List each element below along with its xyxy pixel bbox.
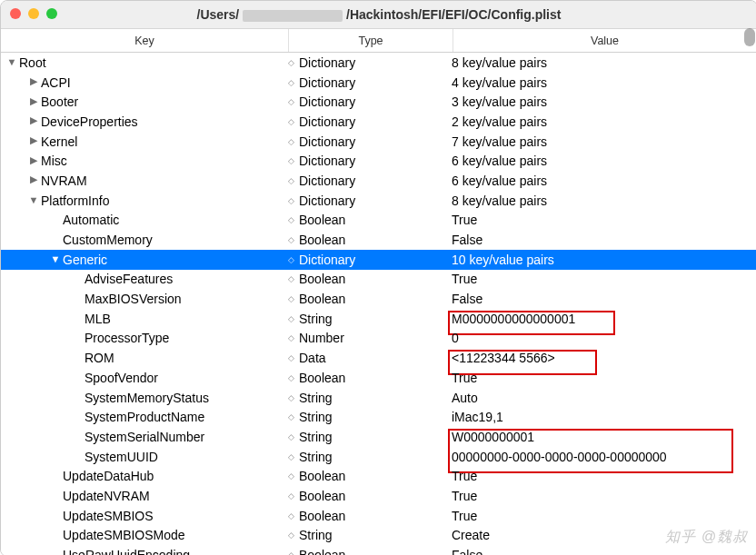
plist-row[interactable]: UpdateSMBIOSMode◇StringCreate (1, 526, 756, 546)
key-label: UpdateNVRAM (63, 489, 150, 503)
plist-row[interactable]: ▶Kernel◇Dictionary7 key/value pairs (1, 132, 756, 152)
type-label: String (299, 391, 333, 405)
value-label: True (452, 469, 477, 483)
plist-row[interactable]: MaxBIOSVersion◇BooleanFalse (1, 289, 756, 309)
sort-icon: ◇ (288, 530, 295, 540)
column-header-key[interactable]: Key (1, 29, 289, 52)
key-label: CustomMemory (63, 233, 153, 247)
plist-row[interactable]: ROM◇Data<11223344 5566> (1, 348, 756, 368)
value-label: 10 key/value pairs (452, 253, 554, 267)
chevron-down-icon[interactable]: ▼ (6, 56, 17, 67)
key-label: SystemSerialNumber (85, 430, 204, 444)
plist-row[interactable]: UpdateNVRAM◇BooleanTrue (1, 486, 756, 506)
plist-row[interactable]: ▼Generic◇Dictionary10 key/value pairs (1, 250, 756, 270)
traffic-lights (10, 8, 57, 19)
titlebar: /Users/ /Hackintosh/EFI/EFI/OC/Config.pl… (1, 1, 756, 29)
sort-icon: ◇ (288, 176, 295, 185)
sort-icon: ◇ (288, 78, 295, 87)
minimize-icon[interactable] (28, 8, 39, 19)
plist-row[interactable]: SystemProductName◇StringiMac19,1 (1, 407, 756, 427)
plist-row[interactable]: ProcessorType◇Number0 (1, 329, 756, 349)
value-label: False (452, 233, 482, 247)
value-label: iMac19,1 (452, 410, 503, 424)
value-label: Auto (452, 391, 478, 405)
sort-icon: ◇ (288, 196, 295, 205)
column-header-value[interactable]: Value (453, 29, 756, 52)
chevron-down-icon[interactable]: ▼ (28, 194, 39, 205)
redacted-username (243, 10, 343, 22)
plist-row[interactable]: ▶DeviceProperties◇Dictionary2 key/value … (1, 112, 756, 132)
sort-icon: ◇ (288, 215, 295, 224)
type-label: Dictionary (299, 134, 355, 149)
key-label: Generic (63, 253, 107, 267)
sort-icon: ◇ (288, 235, 295, 244)
plist-row[interactable]: MLB◇StringM0000000000000001 (1, 309, 756, 329)
key-label: SpoofVendor (85, 371, 158, 385)
key-label: MaxBIOSVersion (85, 292, 182, 306)
key-label: DeviceProperties (41, 114, 138, 129)
key-label: AdviseFeatures (85, 272, 173, 286)
sort-icon: ◇ (288, 471, 295, 481)
value-label: W0000000001 (452, 430, 534, 444)
plist-tree[interactable]: ▼Root◇Dictionary8 key/value pairs▶ACPI◇D… (1, 53, 756, 555)
sort-icon: ◇ (288, 255, 295, 264)
zoom-icon[interactable] (46, 8, 57, 19)
plist-row[interactable]: AdviseFeatures◇BooleanTrue (1, 270, 756, 290)
type-label: Data (299, 351, 326, 365)
type-label: Boolean (299, 489, 345, 503)
title-suffix: /Hackintosh/EFI/EFI/OC/Config.plist (346, 7, 561, 22)
plist-row[interactable]: UseRawUuidEncoding◇BooleanFalse (1, 545, 756, 555)
chevron-right-icon[interactable]: ▶ (28, 114, 39, 126)
key-label: UpdateSMBIOSMode (63, 528, 185, 542)
plist-row[interactable]: SystemUUID◇String00000000-0000-0000-0000… (1, 447, 756, 467)
value-label: 3 key/value pairs (452, 94, 547, 109)
value-label: False (452, 292, 482, 306)
type-label: Boolean (299, 509, 345, 523)
plist-row[interactable]: UpdateSMBIOS◇BooleanTrue (1, 506, 756, 526)
chevron-down-icon[interactable]: ▼ (50, 253, 61, 264)
chevron-right-icon[interactable]: ▶ (28, 95, 39, 107)
sort-icon: ◇ (288, 432, 295, 441)
sort-icon: ◇ (288, 137, 295, 146)
sort-icon: ◇ (288, 333, 295, 342)
type-label: Dictionary (299, 55, 355, 70)
plist-row[interactable]: SpoofVendor◇BooleanTrue (1, 368, 756, 388)
plist-row[interactable]: ▶NVRAM◇Dictionary6 key/value pairs (1, 171, 756, 191)
chevron-right-icon[interactable]: ▶ (28, 134, 39, 146)
value-label: M0000000000000001 (452, 312, 575, 326)
chevron-right-icon[interactable]: ▶ (28, 173, 39, 185)
key-label: ProcessorType (85, 331, 169, 345)
plist-row[interactable]: ▶Booter◇Dictionary3 key/value pairs (1, 92, 756, 112)
sort-icon: ◇ (288, 274, 295, 283)
chevron-right-icon[interactable]: ▶ (28, 154, 39, 166)
sort-icon: ◇ (288, 353, 295, 362)
plist-row[interactable]: ▼PlatformInfo◇Dictionary8 key/value pair… (1, 191, 756, 211)
plist-row[interactable]: CustomMemory◇BooleanFalse (1, 230, 756, 250)
plist-row[interactable]: ▶Misc◇Dictionary6 key/value pairs (1, 151, 756, 171)
close-icon[interactable] (10, 8, 21, 19)
plist-row[interactable]: SystemSerialNumber◇StringW0000000001 (1, 427, 756, 447)
sort-icon: ◇ (288, 373, 295, 382)
sort-icon: ◇ (288, 393, 295, 402)
value-label: True (452, 213, 477, 227)
plist-row[interactable]: ▶ACPI◇Dictionary4 key/value pairs (1, 73, 756, 93)
column-header-type[interactable]: Type (289, 29, 453, 52)
title-prefix: /Users/ (197, 7, 240, 22)
value-label: True (452, 489, 477, 503)
key-label: UseRawUuidEncoding (63, 548, 190, 555)
key-label: UpdateSMBIOS (63, 509, 154, 523)
type-label: String (299, 410, 333, 424)
sort-icon: ◇ (288, 412, 295, 421)
sort-icon: ◇ (288, 97, 295, 106)
column-header-row: Key Type Value (1, 29, 756, 53)
value-label: 8 key/value pairs (452, 193, 547, 208)
chevron-right-icon[interactable]: ▶ (28, 75, 39, 87)
key-label: MLB (85, 312, 111, 326)
plist-row[interactable]: Automatic◇BooleanTrue (1, 211, 756, 231)
type-label: Boolean (299, 272, 345, 286)
value-label: 00000000-0000-0000-0000-00000000 (452, 450, 667, 464)
plist-row[interactable]: UpdateDataHub◇BooleanTrue (1, 466, 756, 486)
plist-row[interactable]: ▼Root◇Dictionary8 key/value pairs (1, 53, 756, 73)
scrollbar-thumb[interactable] (744, 28, 755, 46)
plist-row[interactable]: SystemMemoryStatus◇StringAuto (1, 388, 756, 408)
